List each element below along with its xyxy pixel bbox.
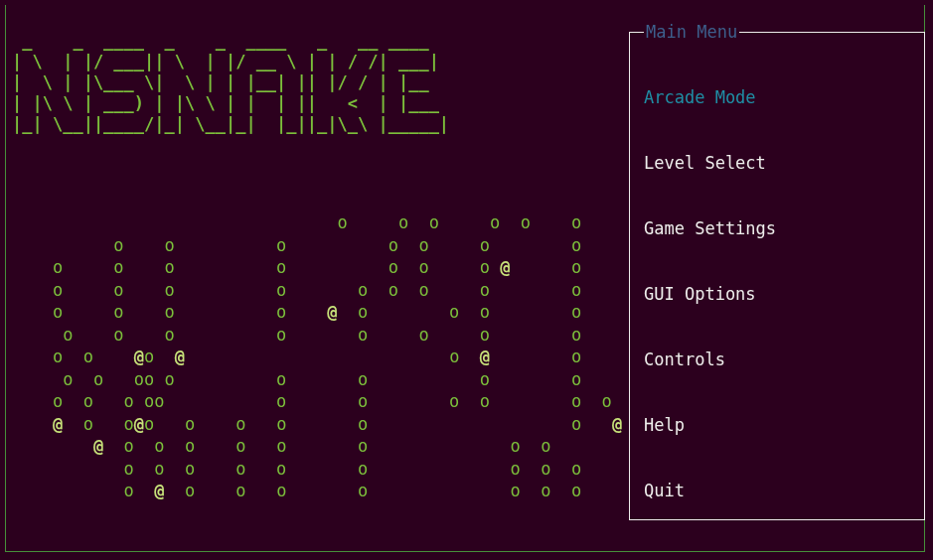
menu-item-game-settings[interactable]: Game Settings (644, 217, 776, 239)
menu-item-controls[interactable]: Controls (644, 349, 776, 370)
menu-item-gui-options[interactable]: GUI Options (644, 283, 776, 305)
menu-item-level-select[interactable]: Level Select (644, 152, 776, 174)
menu-title: Main Menu (644, 21, 739, 43)
playfield: o o o o o o o o o o o o o o o o o o o o … (12, 211, 622, 502)
menu-item-arcade-mode[interactable]: Arcade Mode (644, 86, 776, 108)
menu-items: Arcade Mode Level Select Game Settings G… (644, 43, 776, 545)
terminal-game-screen: _ _ ____ _ _ ____ _ __ ____ | \ | |/ ___… (0, 0, 933, 560)
game-title-ascii: _ _ ____ _ _ ____ _ __ ____ | \ | |/ ___… (12, 31, 449, 135)
menu-item-help[interactable]: Help (644, 414, 776, 436)
menu-item-quit[interactable]: Quit (644, 480, 776, 501)
main-menu-box: Main Menu Arcade Mode Level Select Game … (629, 32, 925, 520)
